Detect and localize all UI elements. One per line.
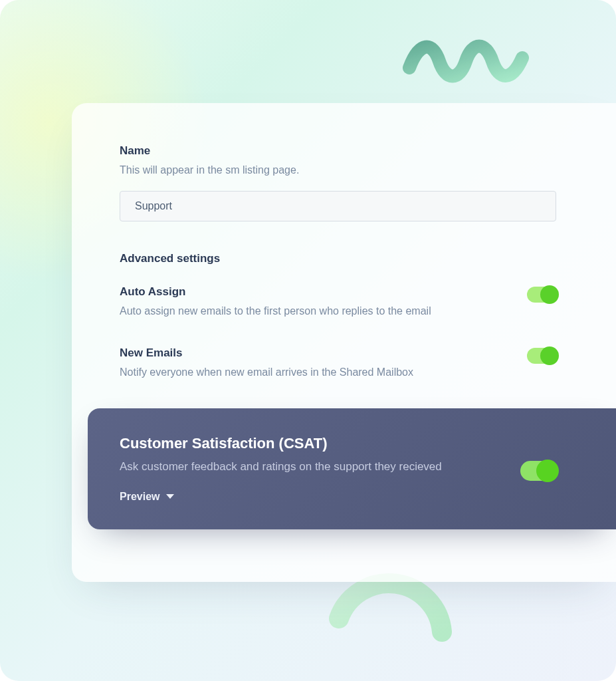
settings-canvas: Name This will appear in the sm listing … bbox=[0, 0, 616, 681]
setting-auto-assign: Auto Assign Auto assign new emails to th… bbox=[120, 285, 556, 319]
squiggle-decoration bbox=[403, 8, 529, 88]
csat-desc: Ask customer feedback and ratings on the… bbox=[120, 460, 504, 474]
toggle-knob-icon bbox=[540, 285, 559, 304]
toggle-knob-icon bbox=[536, 460, 559, 482]
toggle-knob-icon bbox=[540, 346, 559, 365]
name-input[interactable] bbox=[120, 191, 556, 221]
auto-assign-toggle[interactable] bbox=[527, 287, 556, 303]
new-emails-toggle[interactable] bbox=[527, 348, 556, 364]
advanced-settings-heading: Advanced settings bbox=[120, 252, 556, 265]
chevron-down-icon bbox=[166, 494, 174, 499]
name-label: Name bbox=[120, 144, 556, 158]
csat-toggle[interactable] bbox=[520, 461, 556, 481]
name-section: Name This will appear in the sm listing … bbox=[72, 144, 616, 221]
csat-preview-label: Preview bbox=[120, 491, 159, 503]
setting-csat: Customer Satisfaction (CSAT) Ask custome… bbox=[88, 408, 616, 529]
new-emails-title: New Emails bbox=[120, 346, 413, 360]
setting-new-emails: New Emails Notify everyone when new emai… bbox=[120, 346, 556, 380]
new-emails-desc: Notify everyone when new email arrives i… bbox=[120, 365, 413, 380]
auto-assign-title: Auto Assign bbox=[120, 285, 431, 299]
name-helper: This will appear in the sm listing page. bbox=[120, 164, 556, 176]
csat-title: Customer Satisfaction (CSAT) bbox=[120, 435, 504, 452]
csat-preview-button[interactable]: Preview bbox=[120, 491, 174, 503]
auto-assign-desc: Auto assign new emails to the first pers… bbox=[120, 304, 431, 319]
settings-card: Name This will appear in the sm listing … bbox=[72, 103, 616, 582]
